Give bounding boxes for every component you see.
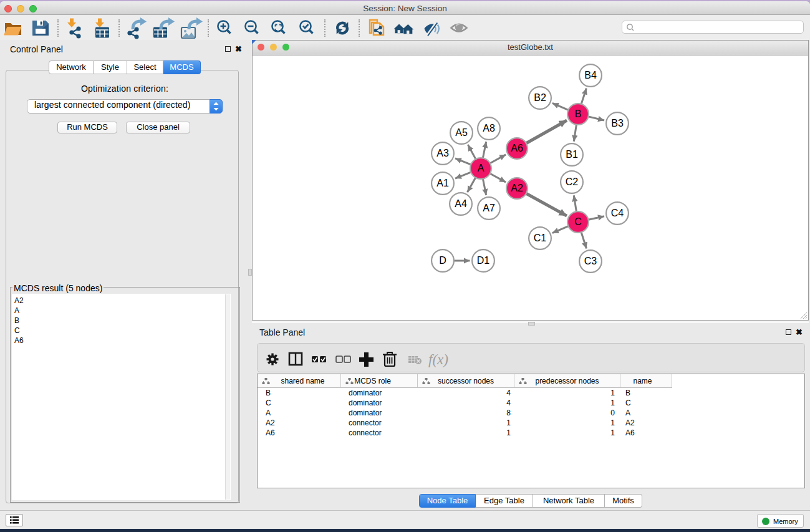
svg-text:B3: B3 [611, 118, 624, 128]
svg-text:A6: A6 [511, 143, 523, 153]
svg-text:A4: A4 [455, 198, 467, 209]
svg-text:B4: B4 [584, 70, 597, 80]
svg-text:A8: A8 [483, 123, 495, 133]
svg-text:A1: A1 [436, 178, 449, 188]
svg-text:B: B [575, 109, 582, 119]
svg-text:A5: A5 [455, 127, 468, 138]
svg-text:D: D [439, 255, 446, 266]
svg-text:C1: C1 [534, 233, 547, 243]
svg-text:A3: A3 [436, 148, 449, 158]
svg-text:B1: B1 [566, 149, 578, 160]
svg-text:B2: B2 [534, 92, 546, 103]
svg-text:A: A [478, 163, 485, 173]
svg-text:A7: A7 [483, 203, 495, 213]
svg-text:D1: D1 [477, 255, 490, 266]
svg-text:A2: A2 [511, 183, 523, 193]
svg-text:C3: C3 [584, 256, 597, 266]
svg-text:C2: C2 [566, 177, 579, 187]
svg-text:C4: C4 [611, 208, 624, 218]
svg-text:C: C [574, 216, 582, 227]
svg-text:f(x): f(x) [428, 352, 448, 367]
